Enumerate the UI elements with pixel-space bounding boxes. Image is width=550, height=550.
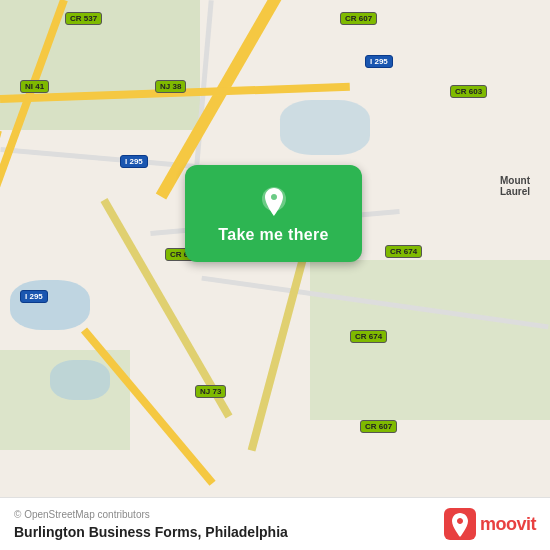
water-area-3 [280,100,370,155]
location-pin-icon [256,184,292,220]
label-cr603: CR 603 [450,85,487,98]
moovit-brand-icon [444,508,476,540]
label-cr674-right: CR 674 [385,245,422,258]
water-area-1 [10,280,90,330]
label-ni41: NI 41 [20,80,49,93]
label-cr607-top: CR 607 [340,12,377,25]
bottom-bar: © OpenStreetMap contributors Burlington … [0,497,550,550]
osm-attribution: © OpenStreetMap contributors [14,509,288,520]
label-i295-left: I 295 [20,290,48,303]
map-container: CR 537 CR 607 I 295 NI 41 NJ 38 CR 603 I… [0,0,550,550]
water-area-2 [50,360,110,400]
label-cr674-bottom: CR 674 [350,330,387,343]
label-nj73: NJ 73 [195,385,226,398]
label-i295-top: I 295 [365,55,393,68]
moovit-logo: moovit [444,508,536,540]
take-me-there-label: Take me there [218,226,328,244]
label-mount-laurel: MountLaurel [500,175,530,197]
label-i295-mid: I 295 [120,155,148,168]
moovit-name: moovit [480,514,536,535]
place-name: Burlington Business Forms, Philadelphia [14,524,288,540]
take-me-there-button[interactable]: Take me there [185,165,362,262]
location-info: © OpenStreetMap contributors Burlington … [14,509,288,540]
label-cr607-bottom: CR 607 [360,420,397,433]
label-nj38: NJ 38 [155,80,186,93]
label-cr537: CR 537 [65,12,102,25]
green-area-2 [310,260,550,420]
